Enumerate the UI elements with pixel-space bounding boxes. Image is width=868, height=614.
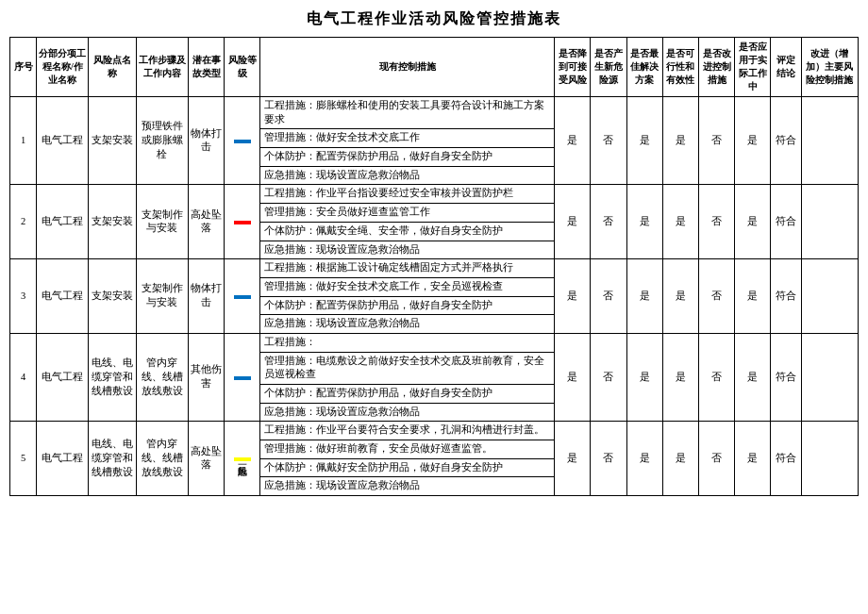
cell-new-hazard: 否 <box>591 97 626 185</box>
cell-improvement <box>801 422 858 496</box>
table-row: 3电气工程支架安装支架制作与安装物体打击低风险工程措施：根据施工设计确定线槽固定… <box>10 259 859 278</box>
cell-measure: 个体防护：佩戴安全绳、安全带，做好自身安全防护 <box>260 222 555 241</box>
cell-measure: 工程措施：膨胀螺栓和使用的安装工具要符合设计和施工方案要求 <box>260 97 555 129</box>
cell-dept: 电气工程 <box>37 259 89 334</box>
header-hazard-type: 潜在事故类型 <box>189 38 225 97</box>
cell-apply-measure: 是 <box>735 333 771 421</box>
page-title: 电气工程作业活动风险管控措施表 <box>9 9 859 29</box>
cell-improvement <box>801 333 858 421</box>
cell-feasible: 是 <box>662 185 698 259</box>
cell-hazard-type: 高处坠落 <box>189 422 225 496</box>
cell-new-hazard: 否 <box>591 333 626 421</box>
table-row: 2电气工程支架安装支架制作与安装高处坠落极大风险工程措施：作业平台指设要经过安全… <box>10 185 859 204</box>
cell-acceptable: 是 <box>555 259 591 334</box>
cell-dept: 电气工程 <box>37 333 89 421</box>
cell-risk-level: 一般风险 <box>225 422 260 496</box>
cell-risk-level: 极大风险 <box>225 185 260 259</box>
cell-measure: 工程措施：根据施工设计确定线槽固定方式并严格执行 <box>260 259 555 278</box>
header-acceptable: 是否降到可接受风险 <box>555 38 591 97</box>
cell-measure: 管理措施：电缆敷设之前做好安全技术交底及班前教育，安全员巡视检查 <box>260 352 555 384</box>
cell-measure: 管理措施：做好班前教育，安全员做好巡查监管。 <box>260 440 555 459</box>
cell-measure: 应急措施：现场设置应急救治物品 <box>260 315 555 334</box>
cell-seq: 2 <box>10 185 37 259</box>
header-feasible: 是否可行性和有效性 <box>662 38 698 97</box>
cell-rating: 符合 <box>771 333 801 421</box>
cell-measure: 应急措施：现场设置应急救治物品 <box>260 477 555 496</box>
cell-hazard-type: 高处坠落 <box>189 185 225 259</box>
table-row: 1电气工程支架安装预理铁件或膨胀螺栓物体打击低风险工程措施：膨胀螺栓和使用的安装… <box>10 97 859 129</box>
header-apply-measure: 是否应用于实际工作中 <box>735 38 771 97</box>
cell-improvement <box>801 259 858 334</box>
cell-rating: 符合 <box>771 185 801 259</box>
cell-work-steps: 支架制作与安装 <box>136 259 188 334</box>
cell-measure: 个体防护：配置劳保防护用品，做好自身安全防护 <box>260 385 555 404</box>
cell-acceptable: 是 <box>555 185 591 259</box>
header-new-hazard: 是否产生新危险源 <box>591 38 626 97</box>
cell-seq: 3 <box>10 259 37 334</box>
cell-risk-level: 低风险 <box>225 333 260 421</box>
cell-feasible: 是 <box>662 259 698 334</box>
cell-dept: 电气工程 <box>37 97 89 185</box>
cell-risk-point: 支架安装 <box>89 185 136 259</box>
cell-feasible: 是 <box>662 97 698 185</box>
header-measures: 现有控制措施 <box>260 38 555 97</box>
cell-acceptable: 是 <box>555 97 591 185</box>
cell-work-steps: 预理铁件或膨胀螺栓 <box>136 97 188 185</box>
cell-measure: 管理措施：做好安全技术交底工作 <box>260 129 555 148</box>
cell-risk-level: 低风险 <box>225 97 260 185</box>
cell-measure: 个体防护：佩戴好安全防护用品，做好自身安全防护 <box>260 458 555 477</box>
cell-solution: 是 <box>626 185 662 259</box>
cell-rating: 符合 <box>771 97 801 185</box>
header-risk-point: 风险点名称 <box>89 38 136 97</box>
cell-improve-control: 否 <box>698 259 734 334</box>
header-improve-control: 是否改进控制措施 <box>698 38 734 97</box>
cell-rating: 符合 <box>771 259 801 334</box>
cell-acceptable: 是 <box>555 333 591 421</box>
header-improvement: 改进（增加）主要风险控制措施 <box>801 38 858 97</box>
cell-apply-measure: 是 <box>735 259 771 334</box>
cell-dept: 电气工程 <box>37 422 89 496</box>
cell-risk-level: 低风险 <box>225 259 260 334</box>
cell-measure: 应急措施：现场设置应急救治物品 <box>260 241 555 259</box>
cell-improve-control: 否 <box>698 185 734 259</box>
cell-apply-measure: 是 <box>735 97 771 185</box>
cell-measure: 个体防护：配置劳保防护用品，做好自身安全防护 <box>260 148 555 167</box>
cell-hazard-type: 物体打击 <box>189 97 225 185</box>
cell-dept: 电气工程 <box>37 185 89 259</box>
cell-measure: 管理措施：做好安全技术交底工作，安全员巡视检查 <box>260 277 555 296</box>
header-rating: 评定结论 <box>771 38 801 97</box>
header-dept: 分部分项工程名称/作业名称 <box>37 38 89 97</box>
header-risk-level: 风险等级 <box>225 38 260 97</box>
header-seq: 序号 <box>10 38 37 97</box>
cell-measure: 工程措施：作业平台指设要经过安全审核并设置防护栏 <box>260 185 555 204</box>
cell-improve-control: 否 <box>698 97 734 185</box>
cell-solution: 是 <box>626 333 662 421</box>
cell-seq: 1 <box>10 97 37 185</box>
cell-improvement <box>801 97 858 185</box>
cell-feasible: 是 <box>662 422 698 496</box>
header-solution: 是否最佳解决方案 <box>626 38 662 97</box>
cell-feasible: 是 <box>662 333 698 421</box>
cell-measure: 管理措施：安全员做好巡查监管工作 <box>260 204 555 223</box>
cell-hazard-type: 物体打击 <box>189 259 225 334</box>
cell-risk-point: 支架安装 <box>89 259 136 334</box>
cell-new-hazard: 否 <box>591 422 626 496</box>
cell-seq: 4 <box>10 333 37 421</box>
cell-apply-measure: 是 <box>735 422 771 496</box>
cell-seq: 5 <box>10 422 37 496</box>
cell-measure: 应急措施：现场设置应急救治物品 <box>260 403 555 422</box>
cell-measure: 工程措施： <box>260 333 555 352</box>
cell-risk-point: 电线、电缆穿管和线槽敷设 <box>89 422 136 496</box>
cell-risk-point: 支架安装 <box>89 97 136 185</box>
main-table: 序号 分部分项工程名称/作业名称 风险点名称 工作步骤及工作内容 潜在事故类型 … <box>9 37 859 496</box>
cell-apply-measure: 是 <box>735 185 771 259</box>
cell-measure: 工程措施：作业平台要符合安全要求，孔洞和沟槽进行封盖。 <box>260 422 555 440</box>
cell-solution: 是 <box>626 259 662 334</box>
cell-work-steps: 管内穿线、线槽放线敷设 <box>136 333 188 421</box>
cell-solution: 是 <box>626 97 662 185</box>
cell-hazard-type: 其他伤害 <box>189 333 225 421</box>
table-row: 4电气工程电线、电缆穿管和线槽敷设管内穿线、线槽放线敷设其他伤害低风险工程措施：… <box>10 333 859 352</box>
cell-solution: 是 <box>626 422 662 496</box>
cell-acceptable: 是 <box>555 422 591 496</box>
cell-rating: 符合 <box>771 422 801 496</box>
